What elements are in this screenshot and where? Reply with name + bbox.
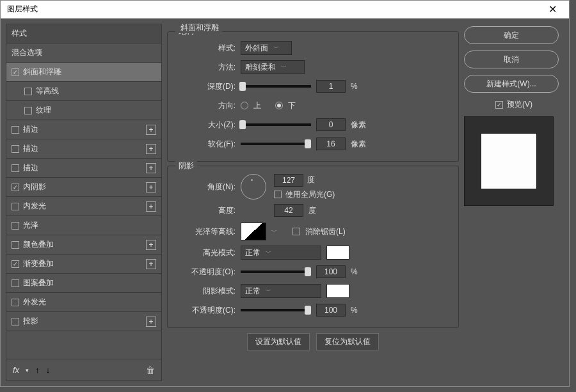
fx-label[interactable]: fx <box>13 365 19 375</box>
sidebar-item[interactable]: 光泽 <box>6 216 161 235</box>
sidebar-item[interactable]: 图案叠加 <box>6 274 161 293</box>
global-light-checkbox[interactable] <box>274 191 282 198</box>
preview-thumbnail <box>464 116 554 206</box>
style-item-label: 图案叠加 <box>23 278 54 288</box>
style-dropdown[interactable]: 外斜面﹀ <box>241 41 292 55</box>
style-item-label: 内阴影 <box>23 182 46 192</box>
style-checkbox[interactable] <box>12 279 19 287</box>
technique-dropdown[interactable]: 雕刻柔和﹀ <box>241 60 305 74</box>
add-effect-icon[interactable]: + <box>146 144 156 154</box>
style-checkbox[interactable] <box>12 126 19 134</box>
angle-label: 角度(N): <box>173 182 236 192</box>
sidebar-item[interactable]: 纹理 <box>6 101 161 120</box>
depth-slider[interactable] <box>241 85 311 88</box>
highlight-mode-label: 高光模式: <box>173 247 236 258</box>
direction-down-radio[interactable] <box>275 102 283 109</box>
style-item-label: 投影 <box>23 316 38 327</box>
sidebar-item[interactable]: 内阴影+ <box>6 178 161 197</box>
opacity-c-slider[interactable] <box>241 309 311 311</box>
style-item-label: 纹理 <box>36 105 51 116</box>
style-item-label: 颜色叠加 <box>23 239 54 250</box>
set-default-button[interactable]: 设置为默认值 <box>247 333 310 350</box>
style-checkbox[interactable] <box>12 241 19 249</box>
trash-icon[interactable]: 🗑 <box>146 365 155 375</box>
sidebar-item[interactable]: 颜色叠加+ <box>6 235 161 255</box>
sidebar-item[interactable]: 投影+ <box>6 312 161 331</box>
size-input[interactable] <box>316 118 346 131</box>
style-item-label: 外发光 <box>23 297 46 308</box>
depth-input[interactable] <box>316 80 346 93</box>
sidebar-item[interactable]: 等高线 <box>6 82 161 101</box>
shadow-mode-dropdown[interactable]: 正常﹀ <box>241 284 321 298</box>
shading-legend: 阴影 <box>175 161 197 171</box>
panel-title: 斜面和浮雕 <box>177 22 222 33</box>
sidebar-blend-options[interactable]: 混合选项 <box>6 43 161 63</box>
style-checkbox[interactable] <box>12 145 19 153</box>
soften-input[interactable] <box>316 137 346 150</box>
antialias-checkbox[interactable] <box>292 228 300 235</box>
opacity-c-input[interactable] <box>316 304 346 317</box>
titlebar: 图层样式 ✕ <box>1 1 569 19</box>
style-item-label: 等高线 <box>36 86 59 97</box>
sidebar-item[interactable]: 描边+ <box>6 159 161 178</box>
add-effect-icon[interactable]: + <box>146 240 156 250</box>
style-checkbox[interactable] <box>12 68 19 76</box>
altitude-label: 高度: <box>173 205 236 216</box>
style-item-label: 斜面和浮雕 <box>23 67 61 77</box>
style-item-label: 渐变叠加 <box>23 258 54 269</box>
move-up-icon[interactable]: ↑ <box>35 365 40 375</box>
style-checkbox[interactable] <box>12 299 19 306</box>
depth-label: 深度(D): <box>173 81 236 92</box>
opacity-o-input[interactable] <box>316 265 346 278</box>
layer-style-dialog: 图层样式 ✕ 样式 混合选项 斜面和浮雕等高线纹理描边+描边+描边+内阴影+内发… <box>0 0 570 387</box>
add-effect-icon[interactable]: + <box>146 259 156 269</box>
new-style-button[interactable]: 新建样式(W)... <box>464 75 559 93</box>
sidebar-item[interactable]: 外发光 <box>6 293 161 312</box>
opacity-c-label: 不透明度(C): <box>173 305 236 316</box>
styles-sidebar: 样式 混合选项 斜面和浮雕等高线纹理描边+描边+描边+内阴影+内发光+光泽颜色叠… <box>6 24 162 381</box>
soften-slider[interactable] <box>241 143 311 145</box>
move-down-icon[interactable]: ↓ <box>46 365 51 375</box>
angle-input[interactable] <box>274 174 303 187</box>
gloss-contour-picker[interactable] <box>241 223 266 240</box>
sidebar-footer: fx ▾ ↑ ↓ 🗑 <box>6 359 161 380</box>
direction-label: 方向: <box>173 100 236 111</box>
style-item-label: 描边 <box>23 143 38 154</box>
direction-up-radio[interactable] <box>241 102 248 109</box>
highlight-color-swatch[interactable] <box>326 246 349 260</box>
altitude-input[interactable] <box>274 204 303 217</box>
opacity-o-slider[interactable] <box>241 270 311 273</box>
angle-dial[interactable] <box>241 174 266 200</box>
preview-label: 预览(V) <box>507 99 532 110</box>
style-checkbox[interactable] <box>24 88 32 95</box>
add-effect-icon[interactable]: + <box>146 125 156 135</box>
style-item-label: 光泽 <box>23 220 38 231</box>
style-checkbox[interactable] <box>12 222 19 230</box>
add-effect-icon[interactable]: + <box>146 201 156 212</box>
style-checkbox[interactable] <box>12 260 19 268</box>
preview-checkbox[interactable] <box>495 101 503 109</box>
reset-default-button[interactable]: 复位为默认值 <box>316 333 379 350</box>
style-checkbox[interactable] <box>12 184 19 191</box>
cancel-button[interactable]: 取消 <box>464 51 559 68</box>
gloss-contour-label: 光泽等高线: <box>173 226 236 237</box>
ok-button[interactable]: 确定 <box>464 26 559 44</box>
highlight-mode-dropdown[interactable]: 正常﹀ <box>241 246 321 260</box>
sidebar-item[interactable]: 内发光+ <box>6 197 161 216</box>
action-panel: 确定 取消 新建样式(W)... 预览(V) <box>464 24 564 381</box>
sidebar-item[interactable]: 斜面和浮雕 <box>6 63 161 82</box>
sidebar-item[interactable]: 描边+ <box>6 120 161 139</box>
shadow-color-swatch[interactable] <box>326 284 349 298</box>
style-checkbox[interactable] <box>12 164 19 172</box>
add-effect-icon[interactable]: + <box>146 182 156 192</box>
size-slider[interactable] <box>241 123 311 126</box>
shadow-mode-label: 阴影模式: <box>173 286 236 297</box>
sidebar-item[interactable]: 渐变叠加+ <box>6 255 161 274</box>
style-checkbox[interactable] <box>24 107 32 114</box>
sidebar-item[interactable]: 描边+ <box>6 139 161 159</box>
style-checkbox[interactable] <box>12 318 19 325</box>
style-checkbox[interactable] <box>12 203 19 210</box>
close-icon[interactable]: ✕ <box>542 1 563 19</box>
add-effect-icon[interactable]: + <box>146 163 156 173</box>
add-effect-icon[interactable]: + <box>146 317 156 327</box>
